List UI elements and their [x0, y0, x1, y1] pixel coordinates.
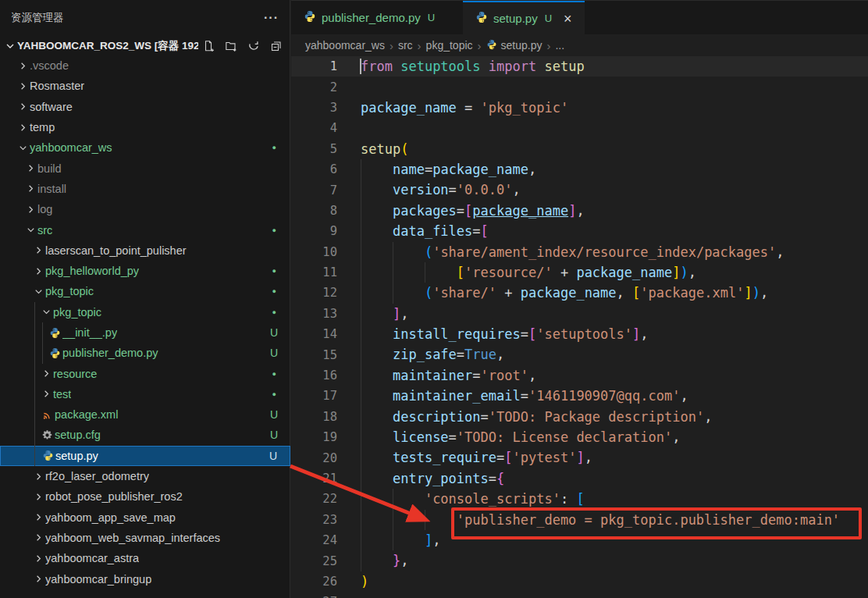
tab-setup-py[interactable]: setup.pyU×	[463, 1, 585, 34]
code-line-27[interactable]: 27	[291, 592, 868, 598]
tree-item-resource[interactable]: resource●	[0, 363, 290, 383]
tree-item-software[interactable]: software	[0, 97, 290, 117]
code-line-17[interactable]: 17 maintainer_email='1461190907@qq.com',	[291, 386, 868, 406]
code-line-9[interactable]: 9 data_files=[	[291, 221, 868, 241]
chevron-right-icon[interactable]	[16, 80, 30, 92]
tree-item-rf2o-laser-odometry[interactable]: rf2o_laser_odometry	[0, 466, 290, 486]
breadcrumb-item-setup-py[interactable]: setup.py	[486, 39, 542, 52]
chevron-right-icon[interactable]	[31, 265, 45, 277]
code-line-23[interactable]: 23 'publisher_demo = pkg_topic.publisher…	[291, 510, 868, 530]
code-line-16[interactable]: 16 maintainer='root',	[291, 365, 868, 386]
new-file-icon[interactable]	[200, 37, 217, 55]
breadcrumb-item-yahboomcar-ws[interactable]: yahboomcar_ws	[305, 39, 385, 52]
code-line-13[interactable]: 13 ],	[291, 304, 868, 324]
tree-item-label: setup.cfg	[55, 429, 101, 441]
code-line-12[interactable]: 12 ('share/' + package_name, ['package.x…	[291, 283, 868, 303]
code-line-8[interactable]: 8 packages=[package_name],	[291, 201, 868, 221]
tree-item-install[interactable]: install	[0, 179, 290, 199]
line-number: 25	[291, 554, 337, 568]
chevron-right-icon[interactable]	[23, 183, 37, 195]
code-line-7[interactable]: 7 version='0.0.0',	[291, 180, 868, 200]
code-line-3[interactable]: 3package_name = 'pkg_topic'	[291, 98, 868, 118]
chevron-right-icon[interactable]	[31, 511, 45, 524]
tree-item-yahboom-web-savmap-interfaces[interactable]: yahboom_web_savmap_interfaces	[0, 528, 290, 548]
new-folder-icon[interactable]	[222, 37, 240, 55]
tree-item-pkg-helloworld-py[interactable]: pkg_helloworld_py●	[0, 261, 290, 281]
gear-icon	[39, 429, 55, 441]
more-actions-icon[interactable]: ···	[264, 11, 279, 25]
code-line-4[interactable]: 4	[291, 118, 868, 138]
code-line-19[interactable]: 19 license='TODO: License declaration',	[291, 427, 868, 447]
tree-item-package-xml[interactable]: package.xmlU	[0, 404, 290, 425]
chevron-right-icon[interactable]	[31, 490, 45, 503]
chevron-right-icon[interactable]	[31, 573, 45, 586]
tree-item-yahboom-app-save-map[interactable]: yahboom_app_save_map	[0, 507, 290, 528]
chevron-right-icon[interactable]	[39, 388, 53, 400]
chevron-right-icon[interactable]	[23, 203, 37, 215]
line-number: 14	[291, 327, 337, 341]
tree-item-init-py[interactable]: __init__.pyU	[0, 322, 290, 343]
chevron-right-icon[interactable]	[16, 121, 30, 133]
close-icon[interactable]: ×	[564, 12, 572, 26]
tree-item-temp[interactable]: temp	[0, 117, 290, 137]
code-line-11[interactable]: 11 ['resource/' + package_name]),	[291, 262, 868, 283]
tree-item-laserscan-to-point-pulisher[interactable]: laserscan_to_point_pulisher	[0, 240, 290, 261]
code-line-text: maintainer='root',	[337, 365, 536, 386]
tree-item-robot-pose-publisher-ros2[interactable]: robot_pose_publisher_ros2	[0, 486, 290, 507]
code-line-text	[337, 592, 361, 598]
chevron-down-icon[interactable]	[23, 224, 37, 237]
code-line-24[interactable]: 24 ],	[291, 530, 868, 550]
tab-publisher-demo-py[interactable]: publisher_demo.pyU	[291, 1, 463, 34]
tree-item-src[interactable]: src●	[0, 219, 290, 240]
breadcrumb-item-src[interactable]: src	[398, 39, 413, 52]
code-line-25[interactable]: 25 },	[291, 550, 868, 571]
line-number: 4	[291, 121, 337, 135]
chevron-right-icon[interactable]	[31, 244, 45, 257]
tree-item-vscode[interactable]: .vscode	[0, 55, 290, 76]
chevron-right-icon[interactable]	[23, 162, 37, 175]
git-untracked-badge: U	[270, 408, 278, 421]
tree-item-setup-py[interactable]: setup.pyU	[0, 446, 290, 466]
code-line-15[interactable]: 15 zip_safe=True,	[291, 344, 868, 365]
tree-item-build[interactable]: build	[0, 158, 290, 178]
code-line-2[interactable]: 2	[291, 77, 868, 97]
tree-item-rosmaster[interactable]: Rosmaster	[0, 76, 290, 96]
chevron-right-icon[interactable]	[31, 470, 45, 482]
chevron-right-icon[interactable]	[16, 59, 30, 72]
chevron-down-icon[interactable]	[31, 285, 45, 297]
tree-item-yahboomcar-astra[interactable]: yahboomcar_astra	[0, 548, 290, 568]
code-line-text: packages=[package_name],	[337, 201, 585, 221]
tree-item-test[interactable]: test●	[0, 384, 290, 404]
code-line-14[interactable]: 14 install_requires=['setuptools'],	[291, 324, 868, 344]
code-line-18[interactable]: 18 description='TODO: Package descriptio…	[291, 407, 868, 427]
tree-item-pkg-topic[interactable]: pkg_topic●	[0, 302, 290, 322]
chevron-down-icon[interactable]	[39, 306, 53, 319]
chevron-right-icon[interactable]	[31, 552, 45, 564]
code-line-26[interactable]: 26)	[291, 571, 868, 592]
code-line-text: ],	[337, 304, 408, 324]
collapse-all-icon[interactable]	[268, 37, 285, 55]
tree-item-publisher-demo-py[interactable]: publisher_demo.pyU	[0, 343, 290, 363]
tree-item-yahboomcar-ws[interactable]: yahboomcar_ws●	[0, 137, 290, 158]
code-line-20[interactable]: 20 tests_require=['pytest'],	[291, 447, 868, 468]
breadcrumb-separator: ›	[478, 39, 482, 52]
code-line-1[interactable]: 1from setuptools import setup	[291, 56, 868, 77]
workspace-section-header[interactable]: YAHBOOMCAR_ROS2_WS [容器 192...	[0, 36, 290, 55]
chevron-right-icon[interactable]	[16, 101, 30, 113]
code-line-6[interactable]: 6 name=package_name,	[291, 159, 868, 180]
code-line-5[interactable]: 5setup(	[291, 139, 868, 159]
tree-item-yahboomcar-bringup[interactable]: yahboomcar_bringup	[0, 568, 290, 589]
code-editor[interactable]: 1from setuptools import setup23package_n…	[291, 56, 868, 598]
tree-item-pkg-topic[interactable]: pkg_topic●	[0, 281, 290, 301]
chevron-right-icon[interactable]	[31, 532, 45, 544]
code-line-21[interactable]: 21 entry_points={	[291, 468, 868, 489]
chevron-right-icon[interactable]	[39, 368, 53, 380]
tree-item-setup-cfg[interactable]: setup.cfgU	[0, 425, 290, 445]
breadcrumb-item-pkg-topic[interactable]: pkg_topic	[426, 39, 473, 52]
breadcrumb-item-[interactable]: ...	[555, 39, 564, 52]
refresh-icon[interactable]	[245, 37, 262, 55]
chevron-down-icon[interactable]	[16, 141, 30, 154]
tree-item-log[interactable]: log	[0, 199, 290, 219]
code-line-10[interactable]: 10 ('share/ament_index/resource_index/pa…	[291, 242, 868, 262]
code-line-22[interactable]: 22 'console_scripts': [	[291, 489, 868, 509]
